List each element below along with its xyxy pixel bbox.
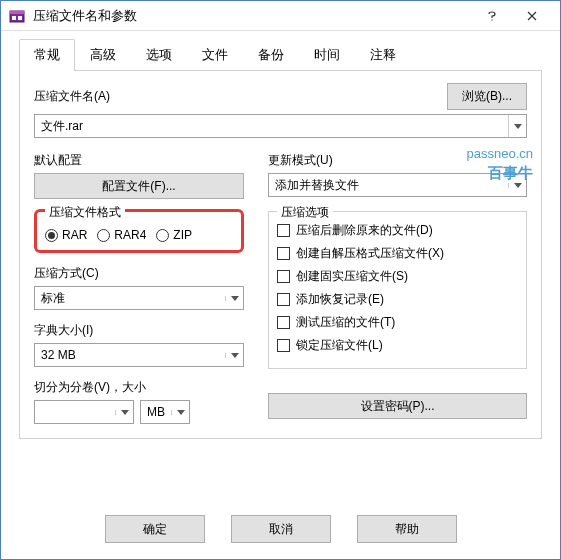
svg-rect-3 [18, 16, 22, 20]
radio-rar[interactable]: RAR [45, 228, 87, 242]
format-group-title: 压缩文件格式 [45, 204, 125, 221]
tab-panel: 压缩文件名(A) 浏览(B)... 默认配置 配置文件(F)... 压缩文件格式… [19, 71, 542, 439]
split-unit-select[interactable]: MB [140, 400, 190, 424]
check-label: 创建固实压缩文件(S) [296, 268, 408, 285]
split-unit-value: MB [141, 405, 171, 419]
radio-label: RAR4 [114, 228, 146, 242]
svg-rect-1 [10, 11, 24, 14]
set-password-button[interactable]: 设置密码(P)... [268, 393, 527, 419]
check-label: 测试压缩的文件(T) [296, 314, 395, 331]
check-lock-archive[interactable]: 锁定压缩文件(L) [277, 337, 518, 354]
split-size-select[interactable] [34, 400, 134, 424]
checkbox-icon [277, 247, 290, 260]
update-mode-label: 更新模式(U) [268, 152, 527, 169]
profile-label: 默认配置 [34, 152, 244, 169]
check-create-sfx[interactable]: 创建自解压格式压缩文件(X) [277, 245, 518, 262]
app-icon [9, 8, 25, 24]
method-select[interactable]: 标准 [34, 286, 244, 310]
chevron-down-icon [115, 410, 133, 415]
check-label: 创建自解压格式压缩文件(X) [296, 245, 444, 262]
chevron-down-icon [508, 183, 526, 188]
filename-row: 压缩文件名(A) 浏览(B)... [34, 83, 527, 110]
options-group: 压缩选项 压缩后删除原来的文件(D) 创建自解压格式压缩文件(X) 创建固实压缩… [268, 211, 527, 369]
method-value: 标准 [35, 290, 225, 307]
chevron-down-icon[interactable] [508, 115, 526, 137]
radio-rar4[interactable]: RAR4 [97, 228, 146, 242]
check-delete-after[interactable]: 压缩后删除原来的文件(D) [277, 222, 518, 239]
tab-advanced[interactable]: 高级 [75, 39, 131, 70]
check-label: 添加恢复记录(E) [296, 291, 384, 308]
tab-time[interactable]: 时间 [299, 39, 355, 70]
ok-button[interactable]: 确定 [105, 515, 205, 543]
tab-strip: 常规 高级 选项 文件 备份 时间 注释 [19, 39, 542, 71]
checkbox-icon [277, 224, 290, 237]
check-test-archive[interactable]: 测试压缩的文件(T) [277, 314, 518, 331]
close-button[interactable] [512, 2, 552, 30]
check-label: 锁定压缩文件(L) [296, 337, 383, 354]
radio-icon [97, 229, 110, 242]
check-label: 压缩后删除原来的文件(D) [296, 222, 433, 239]
tab-comment[interactable]: 注释 [355, 39, 411, 70]
options-group-title: 压缩选项 [277, 204, 333, 221]
help-button[interactable] [472, 2, 512, 30]
check-create-solid[interactable]: 创建固实压缩文件(S) [277, 268, 518, 285]
chevron-down-icon [171, 410, 189, 415]
check-add-recovery[interactable]: 添加恢复记录(E) [277, 291, 518, 308]
browse-button[interactable]: 浏览(B)... [447, 83, 527, 110]
window-title: 压缩文件名和参数 [33, 7, 472, 25]
checkbox-icon [277, 316, 290, 329]
format-group: 压缩文件格式 RAR RAR4 ZIP [34, 209, 244, 253]
radio-label: RAR [62, 228, 87, 242]
dict-select[interactable]: 32 MB [34, 343, 244, 367]
radio-icon [45, 229, 58, 242]
checkbox-icon [277, 293, 290, 306]
cancel-button[interactable]: 取消 [231, 515, 331, 543]
help-button-footer[interactable]: 帮助 [357, 515, 457, 543]
split-label: 切分为分卷(V)，大小 [34, 379, 244, 396]
titlebar: 压缩文件名和参数 [1, 1, 560, 31]
profile-button[interactable]: 配置文件(F)... [34, 173, 244, 199]
dict-value: 32 MB [35, 348, 225, 362]
tab-files[interactable]: 文件 [187, 39, 243, 70]
filename-combo[interactable] [34, 114, 527, 138]
radio-zip[interactable]: ZIP [156, 228, 192, 242]
method-label: 压缩方式(C) [34, 265, 244, 282]
chevron-down-icon [225, 296, 243, 301]
chevron-down-icon [225, 353, 243, 358]
svg-rect-2 [12, 16, 16, 20]
tab-backup[interactable]: 备份 [243, 39, 299, 70]
tab-options[interactable]: 选项 [131, 39, 187, 70]
dialog-body: 常规 高级 选项 文件 备份 时间 注释 压缩文件名(A) 浏览(B)... 默… [1, 31, 560, 501]
checkbox-icon [277, 270, 290, 283]
update-mode-select[interactable]: 添加并替换文件 [268, 173, 527, 197]
tab-general[interactable]: 常规 [19, 39, 75, 70]
filename-label: 压缩文件名(A) [34, 88, 110, 105]
filename-input[interactable] [35, 115, 508, 137]
radio-label: ZIP [173, 228, 192, 242]
dialog-footer: 确定 取消 帮助 [1, 501, 560, 559]
dialog-window: 压缩文件名和参数 常规 高级 选项 文件 备份 时间 注释 压缩文件名(A) 浏… [0, 0, 561, 560]
checkbox-icon [277, 339, 290, 352]
dict-label: 字典大小(I) [34, 322, 244, 339]
update-mode-value: 添加并替换文件 [269, 177, 508, 194]
radio-icon [156, 229, 169, 242]
